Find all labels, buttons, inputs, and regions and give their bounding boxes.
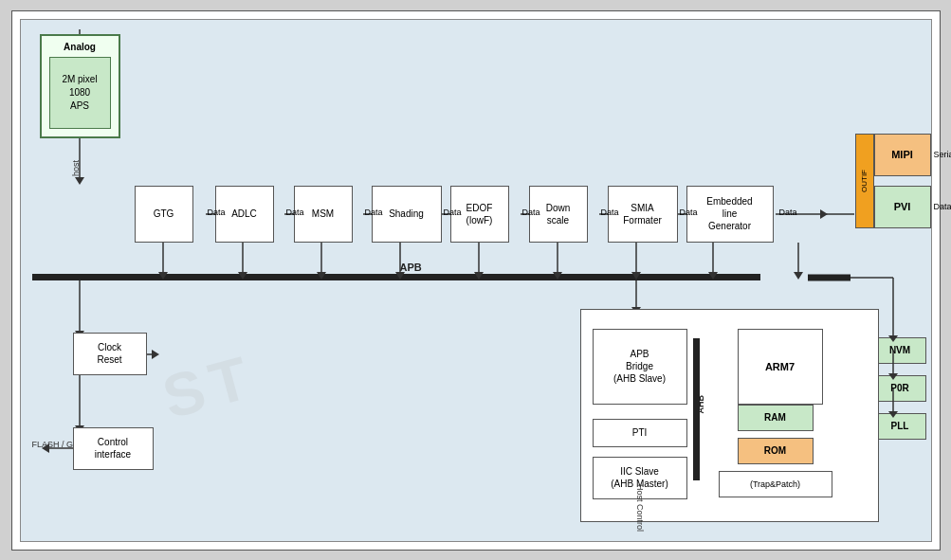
block-ram: RAM	[738, 405, 814, 431]
control-interface-label: Controlinterface	[95, 436, 131, 461]
svg-marker-37	[794, 272, 803, 280]
svg-marker-42	[152, 350, 159, 359]
block-pll: PLL	[874, 413, 926, 440]
watermark: ST	[155, 340, 264, 432]
block-pvi: PVI	[874, 186, 931, 228]
block-mipi: MIPI	[874, 134, 931, 176]
apb-bridge-label: APBBridge(AHB Slave)	[613, 348, 666, 385]
data-label-4: Data	[444, 208, 462, 217]
block-rom: ROM	[738, 438, 814, 464]
block-outif: OUTIF	[855, 134, 874, 228]
block-clock-reset: ClockReset	[73, 333, 147, 375]
host-label: host	[71, 160, 81, 176]
clock-reset-label: ClockReset	[97, 341, 121, 366]
analog-inner: 2M pixel1080APS	[49, 57, 111, 129]
data-label-6: Data	[601, 208, 619, 217]
host-control-label: Host Control	[635, 484, 645, 532]
block-pti: PTI	[593, 419, 687, 447]
diagram-background: ST	[20, 19, 932, 542]
arm-subsystem: APBBridge(AHB Slave) ARM7 PTI IIC Slave(…	[580, 309, 879, 522]
block-embedded: EmbeddedlineGenerator	[686, 186, 774, 243]
analog-inner-text: 2M pixel1080APS	[62, 73, 97, 113]
data-label-3: Data	[365, 208, 383, 217]
diagram-outer: ST	[11, 10, 941, 551]
data-label-2: Data	[286, 208, 304, 217]
apb-label: APB	[400, 262, 422, 273]
apb-line	[32, 274, 760, 280]
pvi-label: PVI	[894, 200, 911, 213]
data-label-8: Data	[779, 208, 797, 217]
block-por: P0R	[874, 375, 926, 402]
block-control-interface: Controlinterface	[73, 427, 154, 470]
ahb-label: AHB	[696, 395, 705, 414]
analog-block: Analog 2M pixel1080APS	[40, 34, 120, 138]
serial-output-label: Serial data output	[934, 150, 952, 159]
data-out-label: Data Out 8/10bit	[934, 202, 952, 211]
block-trap-patch: (Trap&Patch)	[719, 471, 832, 497]
block-apb-bridge: APBBridge(AHB Slave)	[593, 329, 687, 405]
svg-marker-19	[820, 209, 828, 219]
data-label-5: Data	[522, 208, 540, 217]
analog-title: Analog	[42, 41, 119, 53]
block-nvm: NVM	[874, 337, 926, 364]
block-arm7: ARM7	[738, 329, 823, 405]
outif-label: OUTIF	[859, 170, 869, 192]
block-gtg: GTG	[135, 186, 193, 243]
svg-marker-1	[75, 177, 84, 185]
data-label-1: Data	[208, 208, 226, 217]
data-label-7: Data	[680, 208, 698, 217]
mipi-label: MIPI	[891, 148, 913, 161]
